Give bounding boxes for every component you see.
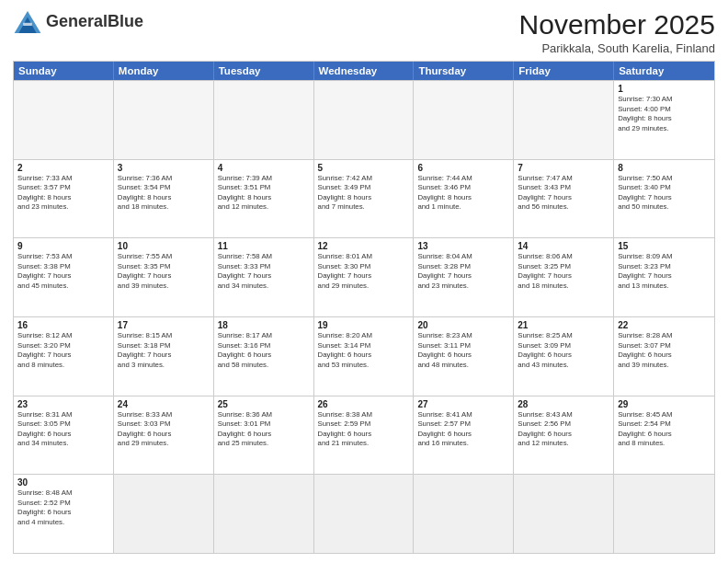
day-info: Sunrise: 8:43 AM Sunset: 2:56 PM Dayligh… <box>518 410 609 449</box>
day-cell: 18Sunrise: 8:17 AM Sunset: 3:16 PM Dayli… <box>214 317 314 396</box>
day-cell: 6Sunrise: 7:44 AM Sunset: 3:46 PM Daylig… <box>414 160 514 238</box>
day-number: 14 <box>518 241 609 251</box>
svg-rect-2 <box>23 23 32 26</box>
day-cell: 4Sunrise: 7:39 AM Sunset: 3:51 PM Daylig… <box>214 160 314 238</box>
day-info: Sunrise: 7:58 AM Sunset: 3:33 PM Dayligh… <box>218 252 310 291</box>
day-number: 27 <box>417 399 509 409</box>
day-header-friday: Friday <box>514 62 614 80</box>
day-cell <box>514 81 614 159</box>
day-header-saturday: Saturday <box>614 62 714 80</box>
week-row-3: 9Sunrise: 7:53 AM Sunset: 3:38 PM Daylig… <box>14 237 714 316</box>
day-info: Sunrise: 7:47 AM Sunset: 3:43 PM Dayligh… <box>518 174 609 213</box>
day-number: 24 <box>118 399 210 409</box>
day-info: Sunrise: 8:01 AM Sunset: 3:30 PM Dayligh… <box>318 252 410 291</box>
day-number: 16 <box>17 320 109 330</box>
day-cell: 22Sunrise: 8:28 AM Sunset: 3:07 PM Dayli… <box>614 317 714 396</box>
day-cell: 26Sunrise: 8:38 AM Sunset: 2:59 PM Dayli… <box>314 396 415 475</box>
day-number: 3 <box>118 163 210 173</box>
day-number: 15 <box>618 241 711 251</box>
day-cell <box>214 81 314 159</box>
day-info: Sunrise: 7:53 AM Sunset: 3:38 PM Dayligh… <box>17 252 109 291</box>
day-info: Sunrise: 7:30 AM Sunset: 4:00 PM Dayligh… <box>618 95 711 133</box>
day-number: 4 <box>218 163 310 173</box>
day-number: 2 <box>17 163 109 173</box>
day-info: Sunrise: 7:44 AM Sunset: 3:46 PM Dayligh… <box>417 174 509 213</box>
day-number: 1 <box>618 84 711 94</box>
day-cell: 14Sunrise: 8:06 AM Sunset: 3:25 PM Dayli… <box>514 238 614 316</box>
day-info: Sunrise: 8:25 AM Sunset: 3:09 PM Dayligh… <box>518 331 609 370</box>
day-cell <box>14 81 114 159</box>
day-cell <box>114 81 214 159</box>
month-title: November 2025 <box>519 9 715 40</box>
day-header-monday: Monday <box>114 62 214 80</box>
location-subtitle: Parikkala, South Karelia, Finland <box>519 41 715 55</box>
day-cell: 30Sunrise: 8:48 AM Sunset: 2:52 PM Dayli… <box>14 475 114 553</box>
day-cell <box>614 475 714 553</box>
calendar-body: 1Sunrise: 7:30 AM Sunset: 4:00 PM Daylig… <box>14 80 714 553</box>
day-cell: 13Sunrise: 8:04 AM Sunset: 3:28 PM Dayli… <box>414 238 514 316</box>
day-info: Sunrise: 8:15 AM Sunset: 3:18 PM Dayligh… <box>118 331 210 370</box>
day-cell: 16Sunrise: 8:12 AM Sunset: 3:20 PM Dayli… <box>14 317 114 396</box>
day-info: Sunrise: 8:12 AM Sunset: 3:20 PM Dayligh… <box>17 331 109 370</box>
day-cell: 11Sunrise: 7:58 AM Sunset: 3:33 PM Dayli… <box>214 238 314 316</box>
day-info: Sunrise: 8:17 AM Sunset: 3:16 PM Dayligh… <box>218 331 310 370</box>
day-cell: 12Sunrise: 8:01 AM Sunset: 3:30 PM Dayli… <box>314 238 415 316</box>
day-headers-row: SundayMondayTuesdayWednesdayThursdayFrid… <box>14 62 714 80</box>
logo: GeneralBlue <box>13 9 143 35</box>
day-info: Sunrise: 8:45 AM Sunset: 2:54 PM Dayligh… <box>618 410 711 449</box>
day-cell: 25Sunrise: 8:36 AM Sunset: 3:01 PM Dayli… <box>214 396 314 475</box>
day-cell: 23Sunrise: 8:31 AM Sunset: 3:05 PM Dayli… <box>14 396 114 475</box>
day-cell: 20Sunrise: 8:23 AM Sunset: 3:11 PM Dayli… <box>414 317 514 396</box>
day-info: Sunrise: 8:48 AM Sunset: 2:52 PM Dayligh… <box>17 488 109 527</box>
day-header-tuesday: Tuesday <box>214 62 314 80</box>
header: GeneralBlue November 2025 Parikkala, Sou… <box>13 9 715 55</box>
day-cell: 19Sunrise: 8:20 AM Sunset: 3:14 PM Dayli… <box>314 317 415 396</box>
day-info: Sunrise: 8:04 AM Sunset: 3:28 PM Dayligh… <box>417 252 509 291</box>
day-cell <box>314 475 415 553</box>
day-info: Sunrise: 7:50 AM Sunset: 3:40 PM Dayligh… <box>618 174 711 213</box>
day-cell: 8Sunrise: 7:50 AM Sunset: 3:40 PM Daylig… <box>614 160 714 238</box>
day-header-sunday: Sunday <box>14 62 114 80</box>
day-cell: 10Sunrise: 7:55 AM Sunset: 3:35 PM Dayli… <box>114 238 214 316</box>
day-info: Sunrise: 8:33 AM Sunset: 3:03 PM Dayligh… <box>118 410 210 449</box>
logo-text: GeneralBlue <box>46 13 143 31</box>
day-cell: 3Sunrise: 7:36 AM Sunset: 3:54 PM Daylig… <box>114 160 214 238</box>
day-info: Sunrise: 8:20 AM Sunset: 3:14 PM Dayligh… <box>318 331 410 370</box>
day-number: 29 <box>618 399 711 409</box>
day-cell: 24Sunrise: 8:33 AM Sunset: 3:03 PM Dayli… <box>114 396 214 475</box>
day-info: Sunrise: 7:39 AM Sunset: 3:51 PM Dayligh… <box>218 174 310 213</box>
day-info: Sunrise: 8:36 AM Sunset: 3:01 PM Dayligh… <box>218 410 310 449</box>
day-number: 23 <box>17 399 109 409</box>
day-number: 6 <box>417 163 509 173</box>
day-info: Sunrise: 8:31 AM Sunset: 3:05 PM Dayligh… <box>17 410 109 449</box>
day-cell: 27Sunrise: 8:41 AM Sunset: 2:57 PM Dayli… <box>414 396 514 475</box>
day-info: Sunrise: 8:09 AM Sunset: 3:23 PM Dayligh… <box>618 252 711 291</box>
day-number: 26 <box>318 399 410 409</box>
week-row-2: 2Sunrise: 7:33 AM Sunset: 3:57 PM Daylig… <box>14 159 714 238</box>
week-row-1: 1Sunrise: 7:30 AM Sunset: 4:00 PM Daylig… <box>14 80 714 159</box>
logo-icon <box>13 9 42 35</box>
day-cell: 5Sunrise: 7:42 AM Sunset: 3:49 PM Daylig… <box>314 160 415 238</box>
calendar-page: GeneralBlue November 2025 Parikkala, Sou… <box>0 0 728 563</box>
day-cell <box>114 475 214 553</box>
day-number: 22 <box>618 320 711 330</box>
week-row-4: 16Sunrise: 8:12 AM Sunset: 3:20 PM Dayli… <box>14 316 714 396</box>
day-number: 21 <box>518 320 609 330</box>
day-number: 8 <box>618 163 711 173</box>
day-cell: 9Sunrise: 7:53 AM Sunset: 3:38 PM Daylig… <box>14 238 114 316</box>
day-cell <box>514 475 614 553</box>
day-cell: 7Sunrise: 7:47 AM Sunset: 3:43 PM Daylig… <box>514 160 614 238</box>
week-row-5: 23Sunrise: 8:31 AM Sunset: 3:05 PM Dayli… <box>14 396 714 475</box>
day-number: 11 <box>218 241 310 251</box>
day-cell: 21Sunrise: 8:25 AM Sunset: 3:09 PM Dayli… <box>514 317 614 396</box>
day-info: Sunrise: 8:06 AM Sunset: 3:25 PM Dayligh… <box>518 252 609 291</box>
day-number: 28 <box>518 399 609 409</box>
day-cell: 28Sunrise: 8:43 AM Sunset: 2:56 PM Dayli… <box>514 396 614 475</box>
day-number: 10 <box>118 241 210 251</box>
day-cell <box>314 81 415 159</box>
day-cell <box>414 475 514 553</box>
day-info: Sunrise: 7:33 AM Sunset: 3:57 PM Dayligh… <box>17 174 109 213</box>
day-number: 17 <box>118 320 210 330</box>
day-number: 5 <box>318 163 410 173</box>
day-info: Sunrise: 8:41 AM Sunset: 2:57 PM Dayligh… <box>417 410 509 449</box>
